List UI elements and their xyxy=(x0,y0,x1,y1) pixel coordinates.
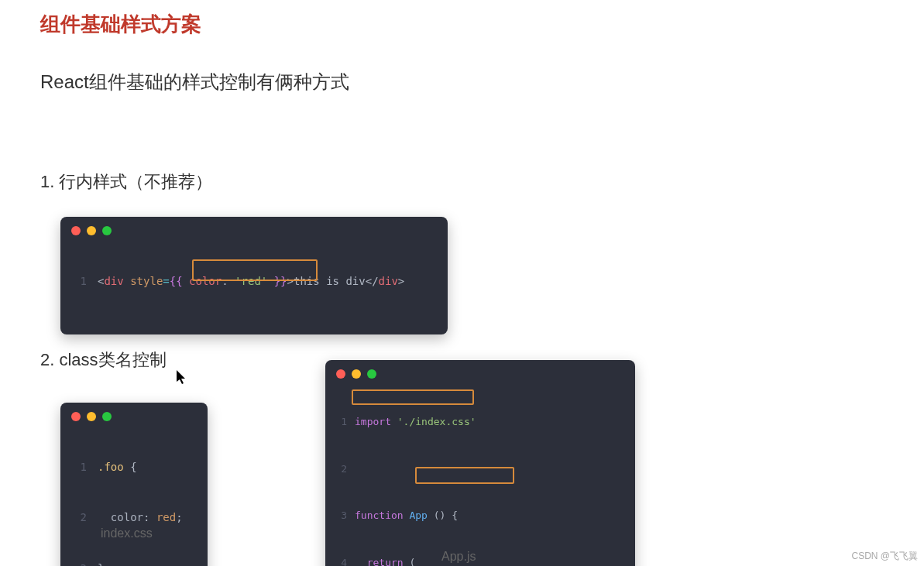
code-line: 2 color: red; xyxy=(71,509,197,527)
tok xyxy=(391,416,397,427)
line-content: import './index.css' xyxy=(355,414,476,430)
line-content: function App () { xyxy=(355,508,458,523)
tok: 'red' xyxy=(235,275,267,287)
code-line: 1 .foo { xyxy=(71,459,197,476)
tok xyxy=(428,509,434,521)
line-content: <div style={{ color: 'red' }}>this is di… xyxy=(98,273,404,290)
code-line: 3 function App () { xyxy=(336,508,624,523)
section-2-heading: 2. class类名控制 xyxy=(40,348,167,372)
tok: </ xyxy=(366,275,379,287)
line-content: return ( xyxy=(355,555,415,566)
code-area: 1 import './index.css' 2 3 function App … xyxy=(325,383,635,566)
tok: { xyxy=(452,509,458,521)
section-1-heading: 1. 行内样式（不推荐） xyxy=(40,170,212,194)
tok: }} xyxy=(267,275,287,287)
tok: : xyxy=(143,511,156,523)
line-number: 4 xyxy=(336,555,347,566)
tok xyxy=(228,275,235,287)
code-line: 4 return ( xyxy=(336,555,624,566)
tok: function xyxy=(355,509,404,521)
tok: return xyxy=(355,557,404,566)
tok: color xyxy=(189,275,222,287)
code-area: 1 .foo { 2 color: red; 3 } xyxy=(60,426,208,566)
traffic-green-icon xyxy=(367,369,376,379)
line-content: color: red; xyxy=(98,509,183,527)
traffic-green-icon xyxy=(102,412,112,421)
code-line: 1 <div style={{ color: 'red' }}>this is … xyxy=(71,273,437,290)
tok: div xyxy=(379,275,398,287)
line-content: } xyxy=(98,561,104,567)
code-window-app-js: 1 import './index.css' 2 3 function App … xyxy=(325,360,635,566)
code-line: 3 } xyxy=(71,561,197,567)
traffic-lights xyxy=(325,360,635,383)
caption-app-js: App.js xyxy=(441,550,476,564)
tok: ( xyxy=(409,557,415,566)
code-line: 1 import './index.css' xyxy=(336,414,624,430)
code-area: 1 <div style={{ color: 'red' }}>this is … xyxy=(60,240,448,334)
cursor-icon xyxy=(177,370,189,389)
traffic-yellow-icon xyxy=(352,369,361,379)
page-title: 组件基础样式方案 xyxy=(40,11,201,38)
tok: : xyxy=(222,275,228,287)
code-line: 2 xyxy=(336,461,624,477)
tok: ; xyxy=(176,511,182,523)
line-number: 1 xyxy=(336,414,347,430)
line-number: 1 xyxy=(71,459,87,476)
tok: () xyxy=(434,509,446,521)
line-content: .foo { xyxy=(98,459,137,476)
line-number: 2 xyxy=(336,461,347,477)
tok: .foo xyxy=(98,461,124,473)
tok: = xyxy=(163,275,169,287)
line-number: 3 xyxy=(71,561,87,567)
traffic-yellow-icon xyxy=(87,226,96,235)
traffic-yellow-icon xyxy=(87,412,96,421)
tok: red xyxy=(156,511,176,523)
traffic-lights xyxy=(60,217,448,240)
tok: this is div xyxy=(294,275,366,287)
tok xyxy=(124,275,130,287)
tok: { xyxy=(124,461,137,473)
tok: App xyxy=(409,509,427,521)
tok: > xyxy=(398,275,404,287)
code-window-inline-style: 1 <div style={{ color: 'red' }}>this is … xyxy=(60,217,448,334)
tok: > xyxy=(287,275,294,287)
line-number: 1 xyxy=(71,273,87,290)
code-window-index-css: 1 .foo { 2 color: red; 3 } xyxy=(60,403,208,566)
traffic-lights xyxy=(60,403,208,426)
tok: } xyxy=(98,562,104,567)
tok: './index.css' xyxy=(397,416,476,427)
tok: div xyxy=(104,275,123,287)
traffic-red-icon xyxy=(71,412,81,421)
traffic-red-icon xyxy=(336,369,345,379)
tok: {{ xyxy=(170,275,189,287)
caption-index-css: index.css xyxy=(101,527,153,540)
line-number: 3 xyxy=(336,508,347,523)
tok: style xyxy=(130,275,163,287)
traffic-green-icon xyxy=(102,226,112,235)
intro-text: React组件基础的样式控制有俩种方式 xyxy=(40,70,349,94)
watermark: CSDN @飞飞翼 xyxy=(851,550,918,563)
tok: import xyxy=(355,416,391,427)
traffic-red-icon xyxy=(71,226,81,235)
tok: color xyxy=(98,511,143,523)
line-number: 2 xyxy=(71,509,87,527)
